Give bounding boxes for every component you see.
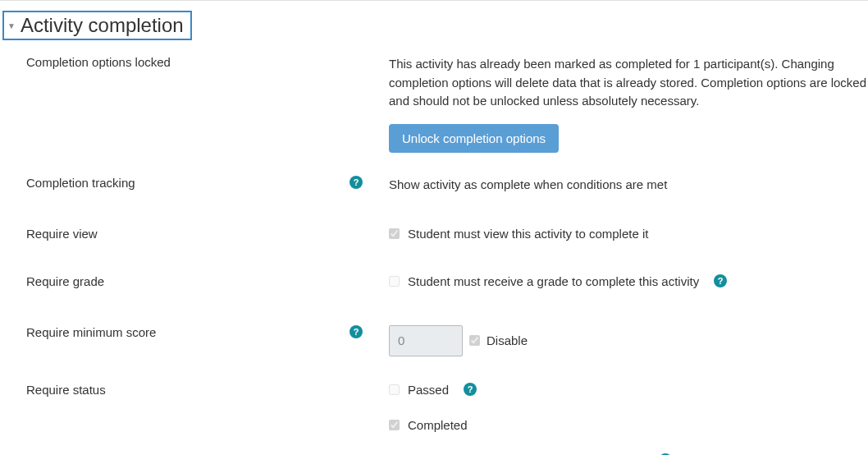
help-icon[interactable]: ?	[349, 176, 363, 189]
section-title: Activity completion	[21, 14, 184, 37]
require-min-score-label: Require minimum score	[26, 325, 349, 339]
section-header-activity-completion[interactable]: ▼ Activity completion	[2, 11, 192, 40]
passed-checkbox	[389, 384, 400, 395]
require-view-text: Student must view this activity to compl…	[408, 227, 648, 241]
require-view-checkbox	[389, 228, 400, 239]
caret-down-icon: ▼	[7, 21, 16, 30]
require-grade-text: Student must receive a grade to complete…	[408, 274, 699, 288]
min-score-disable-label: Disable	[487, 333, 528, 347]
help-icon[interactable]: ?	[464, 383, 477, 396]
min-score-input	[389, 325, 463, 356]
passed-label: Passed	[408, 383, 449, 397]
require-view-label: Require view	[26, 227, 369, 241]
completion-tracking-value: Show activity as complete when condition…	[389, 177, 667, 191]
require-grade-checkbox	[389, 276, 400, 287]
unlock-button[interactable]: Unlock completion options	[389, 124, 559, 153]
completion-tracking-label: Completion tracking	[26, 176, 349, 190]
require-grade-label: Require grade	[26, 274, 369, 288]
completed-label: Completed	[408, 418, 468, 432]
require-status-label: Require status	[26, 383, 369, 397]
completion-locked-label: Completion options locked	[26, 55, 369, 69]
help-icon[interactable]: ?	[714, 274, 727, 287]
completed-checkbox	[389, 420, 400, 430]
min-score-disable-checkbox	[469, 335, 480, 346]
help-icon[interactable]: ?	[349, 325, 363, 338]
completion-locked-message: This activity has already been marked as…	[389, 55, 868, 111]
